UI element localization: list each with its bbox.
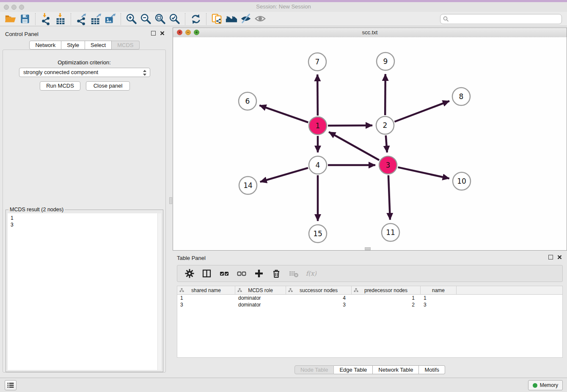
column-header-mcds-role[interactable]: MCDS role [235,286,286,294]
graph-node-label-4: 4 [316,161,320,169]
column-header-predecessor-nodes[interactable]: predecessor nodes [352,286,421,294]
tab-node-table[interactable]: Node Table [295,365,334,374]
export-table-icon[interactable] [89,12,103,26]
save-session-icon[interactable] [18,12,32,26]
graph-edge-1-2[interactable] [328,125,372,126]
graph-edge-4-14[interactable] [260,168,308,182]
tab-edge-table[interactable]: Edge Table [334,365,373,374]
delete-column-icon[interactable] [288,268,299,279]
show-hidden-icon[interactable] [253,12,267,26]
network-window-titlebar[interactable]: × − + scc.txt [173,28,567,38]
zoom-fit-icon[interactable] [153,12,168,26]
export-image-icon[interactable] [103,12,118,26]
search-input[interactable] [440,14,562,24]
tab-network-table[interactable]: Network Table [373,365,419,374]
criterion-select[interactable]: strongly connected component [19,68,150,77]
table-cell[interactable]: 2 [352,301,421,308]
graph-edge-3-11[interactable] [388,175,390,220]
titlebar: Session: New Session [0,2,567,12]
table-cell[interactable]: dominator [235,295,286,301]
split-column-icon[interactable] [201,268,212,279]
mcds-result-text[interactable]: 1 3 [8,213,161,370]
status-bar: Memory [0,378,567,392]
result-scrollbar[interactable] [157,213,161,370]
graph-node-label-7: 7 [315,58,320,66]
splitter-grip[interactable] [169,197,172,204]
vertical-splitter[interactable] [169,28,173,378]
graph-node-label-9: 9 [383,57,388,66]
open-session-icon[interactable] [3,12,18,26]
graph-edge-3-10[interactable] [398,167,449,178]
task-history-button[interactable] [5,380,17,390]
table-cell[interactable]: 1 [177,295,235,301]
table-toolbar: f(x) [177,265,563,282]
refresh-layout-icon[interactable] [189,12,203,26]
table-row[interactable]: 3dominator323 [177,301,562,308]
graph-edge-1-6[interactable] [259,105,308,122]
close-panel-icon[interactable] [160,31,165,36]
home-icon[interactable] [224,12,239,26]
select-chevrons-icon [143,69,147,76]
delete-rows-icon[interactable] [271,268,282,279]
graph-node-label-15: 15 [313,229,322,238]
network-canvas[interactable]: 1234678910111415 [173,37,567,250]
memory-label: Memory [540,382,558,388]
table-cell[interactable]: 4 [286,295,352,301]
float-table-panel-icon[interactable] [548,255,553,259]
table-cell[interactable]: 3 [421,301,457,308]
zoom-selected-icon[interactable] [168,12,182,26]
tab-style[interactable]: Style [61,41,85,50]
import-network-icon[interactable] [39,12,53,26]
zoom-out-icon[interactable] [139,12,153,26]
close-table-panel-icon[interactable] [557,255,562,259]
hide-selected-icon[interactable] [239,12,253,26]
graph-node-label-3: 3 [386,161,391,169]
function-builder-icon[interactable]: f(x) [306,268,317,279]
svg-text:f(x): f(x) [306,270,317,277]
graph-node-label-14: 14 [243,181,253,190]
application-window: Session: New Session [0,0,567,392]
column-header-successor-nodes[interactable]: successor nodes [286,286,352,294]
control-panel-tabs: NetworkStyleSelectMCDS [0,41,169,50]
graph-edge-2-9[interactable] [385,74,385,115]
graph-node-label-6: 6 [245,97,250,105]
export-network-icon[interactable] [74,12,89,26]
tab-mcds[interactable]: MCDS [112,41,139,50]
float-panel-icon[interactable] [151,31,156,36]
close-panel-button[interactable]: Close panel [86,81,130,91]
column-header-name[interactable]: name [421,286,457,294]
tab-select[interactable]: Select [85,41,112,50]
select-all-icon[interactable] [219,268,230,279]
gear-icon[interactable] [184,268,195,279]
memory-status-icon [533,383,537,388]
column-header-shared-name[interactable]: shared name [177,286,235,294]
run-mcds-button[interactable]: Run MCDS [40,81,80,91]
tab-motifs[interactable]: Motifs [419,365,445,374]
mcds-panel: Optimization criterion: strongly connect… [3,50,166,373]
table-panel: Table Panel [173,252,567,378]
table-cell[interactable]: dominator [235,301,286,308]
table-row[interactable]: 1dominator411 [177,295,562,301]
table-cell[interactable]: 1 [352,295,421,301]
search-icon [443,16,449,22]
tab-network[interactable]: Network [29,41,61,50]
deselect-all-icon[interactable] [236,268,247,279]
graph-edge-1-7[interactable] [317,75,318,116]
control-panel: Control Panel NetworkStyleSelectMCDS Opt… [0,28,169,378]
graph-node-label-8: 8 [459,92,464,101]
table-panel-title: Table Panel [177,255,206,261]
memory-button[interactable]: Memory [528,380,563,390]
table-cell[interactable]: 3 [286,301,352,308]
horizontal-splitter-grip[interactable] [365,247,371,250]
graph-node-label-2: 2 [383,121,388,130]
network-graph: 1234678910111415 [173,37,567,250]
table-cell[interactable]: 3 [177,301,235,308]
network-from-selection-icon[interactable] [210,12,224,26]
add-column-icon[interactable] [253,268,264,279]
graph-edge-2-8[interactable] [394,101,449,122]
graph-edge-3-1[interactable] [329,132,379,160]
graph-edge-2-3[interactable] [386,135,387,152]
zoom-in-icon[interactable] [124,12,139,26]
table-cell[interactable]: 1 [421,295,457,301]
import-table-icon[interactable] [53,12,68,26]
